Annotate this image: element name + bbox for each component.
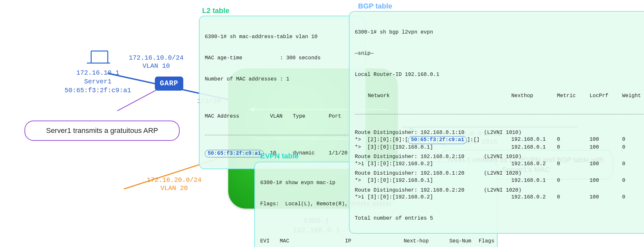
bgp-metric: 0 [557,194,590,201]
evpn-h-seq: Seq-Num [449,238,479,245]
bgp-rd: Route Distinguisher: 192.168.0.1:20 [355,170,464,176]
bgp-metric: 0 [557,161,590,168]
bgp-route-row: *> [3]:[0]:[192.168.0.1]192.168.0.101000… [355,144,644,151]
evpn-header: EVI MAC IP Next-hop Seq-Num Flags [260,238,492,245]
bgp-nh: 192.168.0.2 [511,161,557,168]
bgp-weight: 0 [622,136,644,144]
bgp-rd: Route Distinguisher: 192.168.0.1:10 [355,130,464,136]
bgp-weight: 0 [622,161,644,168]
l2-h-mac: MAC Address [205,113,270,120]
bgp-nh: 192.168.0.1 [511,136,557,144]
bgp-mac-chip: 50:65:f3:2f:c9:a1 [408,136,467,144]
evpn-h-evi: EVI [260,238,280,245]
l2-h-type: Type [293,113,329,120]
bgp-vni: (L2VNI 1020) [484,170,521,176]
l2-cmd: 6300-1# sh mac-address-table vlan 10 [205,34,360,41]
bgp-snip: —snip— [355,50,644,57]
bgp-locprf: 100 [590,144,622,151]
bgp-prefix: *> [2]:[0]:[0]:[50:65:f3:2f:c9:a1]:[] [355,136,511,144]
bgp-vni: (L2VNI 1010) [484,154,521,160]
l2-count: Number of MAC addresses : 1 [205,76,360,83]
bgp-locprf: 100 [590,161,622,168]
bgp-rd-line: Route Distinguisher: 192.168.0.1:10(L2VN… [355,129,644,137]
bgp-vni: (L2VNI 1020) [484,187,521,193]
bgp-locprf: 100 [590,136,622,144]
server-name: Server1 [59,77,137,86]
server-icon [91,51,108,63]
l2-mac-chip: 50:65:f3:2f:c9:a1 [205,150,264,158]
bgp-weight: 0 [622,194,644,201]
bgp-route-row: *> [3]:[0]:[192.168.0.1]192.168.0.101000… [355,177,644,184]
bgp-header: Network Nexthop Metric LocPrf Weight Pat… [355,93,644,100]
bgp-nh: 192.168.0.2 [511,194,557,201]
vlan10-name: VLAN 10 [129,62,184,70]
bgp-title: BGP table [358,2,392,10]
bgp-panel: 6300-1# sh bgp l2vpn evpn —snip— Local R… [349,11,644,234]
bgp-prefix: *>i [3]:[0]:[192.168.0.2] [355,161,511,168]
bgp-route-row: *>i [3]:[0]:[192.168.0.2]192.168.0.20100… [355,194,644,201]
l2-age: MAC age-time : 300 seconds [205,55,360,62]
bgp-total: Total number of entries 5 [355,215,644,222]
bgp-h-nh: Nexthop [511,93,557,100]
bgp-nh: 192.168.0.1 [511,144,557,151]
vlan10-subnet: 172.16.10.0/24 [129,54,184,62]
callout-garp: Server1 transmits a gratuitous ARP [24,121,180,141]
bgp-body: Route Distinguisher: 192.168.0.1:10(L2VN… [355,129,644,201]
bgp-weight: 0 [622,144,644,151]
bgp-rid: Local Router-ID 192.168.0.1 [355,71,644,79]
bgp-route-row: *> [2]:[0]:[0]:[50:65:f3:2f:c9:a1]:[]192… [355,136,644,144]
bgp-rd-line: Route Distinguisher: 192.168.0.1:20(L2VN… [355,170,644,177]
bgp-rd-line: Route Distinguisher: 192.168.0.2:10(L2VN… [355,153,644,161]
bgp-weight: 0 [622,177,644,184]
bgp-metric: 0 [557,144,590,151]
bgp-prefix: *> [3]:[0]:[192.168.0.1] [355,177,511,184]
l2-title: L2 table [202,7,229,15]
bgp-locprf: 100 [590,177,622,184]
bgp-route-row: *>i [3]:[0]:[192.168.0.2]192.168.0.20100… [355,161,644,168]
evpn-title-wrap: EVPN table [260,152,298,161]
bgp-h-metric: Metric [557,93,590,100]
bgp-h-locprf: LocPrf [590,93,622,100]
bgp-rd: Route Distinguisher: 192.168.0.2:20 [355,187,464,193]
evpn-h-nh: Next-hop [404,238,449,245]
bgp-nh: 192.168.0.1 [511,177,557,184]
bgp-cmd: 6300-1# sh bgp l2vpn evpn [355,29,644,36]
bgp-metric: 0 [557,177,590,184]
link-vlan10: 172.16.10.0/24 VLAN 10 [129,54,184,70]
server-base [87,63,110,64]
evpn-title: EVPN table [260,152,298,160]
bgp-prefix: *> [3]:[0]:[192.168.0.1] [355,144,511,151]
bgp-locprf: 100 [590,194,622,201]
l2-title-wrap: L2 table [202,7,229,16]
garp-badge: GARP [155,77,183,91]
bgp-metric: 0 [557,136,590,144]
evpn-h-ip: IP [345,238,404,245]
bgp-title-wrap: BGP table [358,2,392,11]
server-labels: 172.16.10.1 Server1 50:65:f3:2f:c9:a1 [59,68,137,95]
bgp-rd-line: Route Distinguisher: 192.168.0.2:20(L2VN… [355,187,644,194]
server-ip: 172.16.10.1 [59,68,137,77]
link-vlan20: 172.16.20.0/24 VLAN 20 [147,176,202,192]
bgp-rd: Route Distinguisher: 192.168.0.2:10 [355,154,464,160]
l2-header: MAC Address VLAN Type Port [205,113,360,120]
evpn-h-flags: Flags [479,238,498,245]
evpn-h-mac: MAC [280,238,345,245]
l2-h-vlan: VLAN [270,113,293,120]
vlan20-name: VLAN 20 [147,184,202,192]
bgp-h-net: Network [355,93,511,100]
bgp-prefix: *>i [3]:[0]:[192.168.0.2] [355,194,511,201]
server-mac: 50:65:f3:2f:c9:a1 [59,86,137,95]
bgp-vni: (L2VNI 1010) [484,130,521,136]
vlan20-subnet: 172.16.20.0/24 [147,176,202,184]
l2-panel: 6300-1# sh mac-address-table vlan 10 MAC… [199,16,366,169]
bgp-h-weight: Weight [622,93,644,100]
